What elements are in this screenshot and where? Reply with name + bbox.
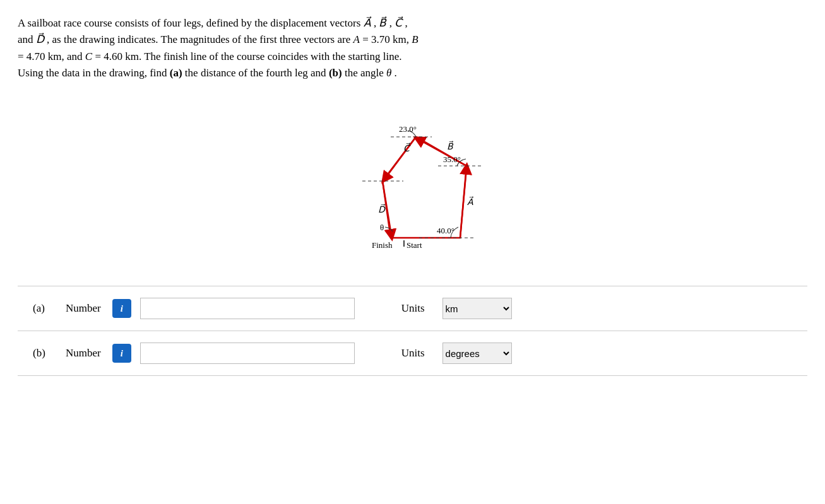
part-a-units-select[interactable]: km m mi <box>442 298 512 319</box>
part-b-info-button[interactable]: i <box>112 344 131 363</box>
problem-line2: and D⃗ , as the drawing indicates. The m… <box>18 33 418 45</box>
part-b-units-select[interactable]: degrees radians <box>442 343 512 364</box>
vec-A-label: A⃗ <box>467 196 473 207</box>
part-a-info-button[interactable]: i <box>112 299 131 318</box>
vec-D-label: D⃗ <box>378 204 386 214</box>
problem-line4: Using the data in the drawing, find (a) … <box>18 67 397 79</box>
problem-line3: = 4.70 km, and C = 4.60 km. The finish l… <box>18 50 402 62</box>
theta-label: θ <box>380 223 384 232</box>
svg-line-1 <box>460 168 466 238</box>
start-label: Start <box>407 240 422 250</box>
svg-line-3 <box>385 137 416 179</box>
answer-row-a: (a) Number i Units km m mi <box>18 286 807 331</box>
part-a-units-label: Units <box>401 302 425 315</box>
part-b-units-label: Units <box>401 347 425 360</box>
part-b-number-input[interactable] <box>140 343 355 364</box>
part-a-number-label: Number <box>66 302 101 315</box>
answer-row-b: (b) Number i Units degrees radians <box>18 331 807 376</box>
diagram-container: 40.0° 35.0° 23.0° θ A⃗ B⃗ C⃗ D⃗ Finish S… <box>18 91 807 268</box>
part-a-number-input[interactable] <box>140 298 355 319</box>
angle-40-label: 40.0° <box>437 226 454 235</box>
part-b-label: (b) <box>33 347 57 360</box>
main-container: A sailboat race course consists of four … <box>0 0 825 376</box>
vec-B-label: B⃗ <box>447 141 454 151</box>
course-diagram: 40.0° 35.0° 23.0° θ A⃗ B⃗ C⃗ D⃗ Finish S… <box>280 91 545 268</box>
problem-text: A sailboat race course consists of four … <box>18 15 807 81</box>
angle-35-label: 35.0° <box>443 155 461 164</box>
finish-label: Finish <box>372 240 393 250</box>
problem-line1: A sailboat race course consists of four … <box>18 17 408 29</box>
part-b-number-label: Number <box>66 347 101 360</box>
angle-23-label: 23.0° <box>399 124 417 134</box>
answers-section: (a) Number i Units km m mi (b) Number i … <box>18 286 807 376</box>
part-a-label: (a) <box>33 302 57 315</box>
svg-marker-0 <box>383 137 466 238</box>
